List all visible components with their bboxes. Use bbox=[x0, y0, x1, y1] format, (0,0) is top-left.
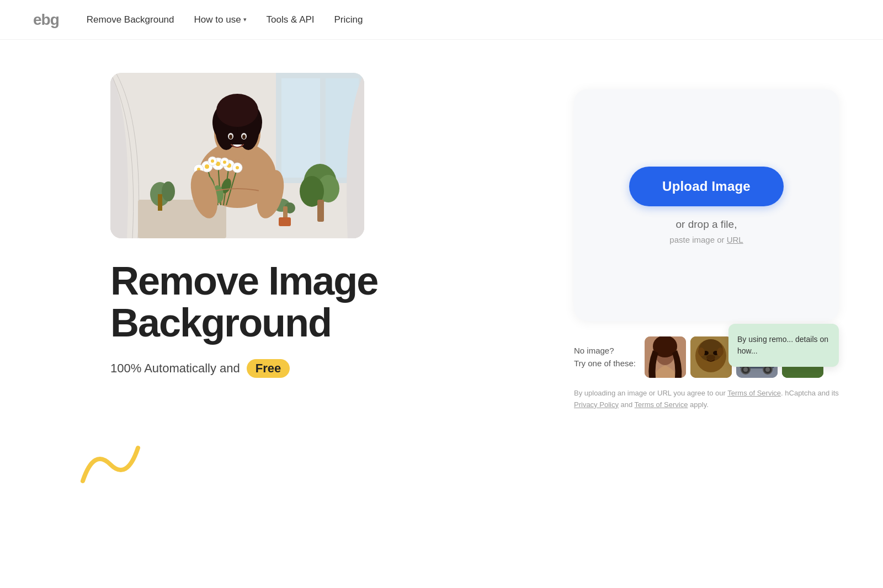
logo[interactable]: ebg bbox=[33, 11, 59, 29]
svg-point-69 bbox=[765, 367, 770, 372]
nav-item-remove-background[interactable]: Remove Background bbox=[87, 14, 174, 25]
tooltip-text: By using remo... details on how... bbox=[737, 335, 828, 355]
svg-rect-15 bbox=[279, 217, 291, 226]
nav-link-tools-api[interactable]: Tools & API bbox=[267, 14, 315, 25]
navbar: ebg Remove Background How to use ▾ Tools… bbox=[0, 0, 883, 40]
nav-link-pricing[interactable]: Pricing bbox=[334, 14, 363, 25]
svg-point-44 bbox=[223, 161, 226, 164]
svg-rect-11 bbox=[317, 200, 324, 222]
svg-point-42 bbox=[211, 159, 214, 163]
nav-links: Remove Background How to use ▾ Tools & A… bbox=[87, 14, 363, 25]
hero-title: Remove Image Background bbox=[110, 260, 530, 344]
no-image-label: No image? bbox=[574, 345, 636, 357]
svg-rect-7 bbox=[158, 194, 162, 211]
chevron-down-icon: ▾ bbox=[243, 16, 247, 23]
svg-rect-2 bbox=[281, 78, 320, 178]
upload-card: Upload Image or drop a file, paste image… bbox=[574, 89, 839, 321]
url-link[interactable]: URL bbox=[727, 235, 743, 244]
svg-point-21 bbox=[216, 94, 258, 127]
logo-text: ebg bbox=[33, 11, 59, 28]
nav-link-remove-background[interactable]: Remove Background bbox=[87, 14, 174, 25]
nav-item-how-to-use[interactable]: How to use ▾ bbox=[194, 14, 247, 25]
svg-point-24 bbox=[229, 135, 232, 139]
privacy-policy-link[interactable]: Privacy Policy bbox=[574, 400, 619, 409]
paste-image-text: paste image or URL bbox=[669, 235, 743, 244]
subtitle-prefix: 100% Automatically and bbox=[110, 361, 240, 376]
nav-item-tools-api[interactable]: Tools & API bbox=[267, 14, 315, 25]
tooltip-popup: By using remo... details on how... bbox=[728, 324, 839, 367]
terms-of-service-link-2[interactable]: Terms of Service bbox=[635, 400, 688, 409]
hero-image bbox=[110, 73, 364, 238]
hero-left: Remove Image Background 100% Automatical… bbox=[110, 73, 530, 378]
sample-thumb-2[interactable] bbox=[690, 336, 732, 378]
drop-file-text: or drop a file, bbox=[676, 218, 737, 231]
try-label: Try one of these: bbox=[574, 357, 636, 370]
svg-point-67 bbox=[743, 367, 748, 372]
svg-point-40 bbox=[236, 166, 239, 169]
upload-panel: Upload Image or drop a file, paste image… bbox=[574, 89, 839, 411]
sample-thumb-1[interactable] bbox=[645, 336, 686, 378]
nav-link-how-to-use: How to use bbox=[194, 14, 241, 25]
no-image-text: No image? Try one of these: bbox=[574, 345, 636, 370]
terms-of-service-link[interactable]: Terms of Service bbox=[727, 389, 781, 397]
hero-section: Remove Image Background 100% Automatical… bbox=[0, 40, 883, 536]
terms-text: By uploading an image or URL you agree t… bbox=[574, 388, 839, 411]
terms-suffix: apply. bbox=[690, 400, 709, 409]
free-badge: Free bbox=[247, 359, 290, 378]
decorative-squiggle bbox=[77, 437, 143, 492]
terms-prefix: By uploading an image or URL you agree t… bbox=[574, 389, 726, 397]
svg-point-25 bbox=[242, 135, 246, 139]
nav-item-pricing[interactable]: Pricing bbox=[334, 14, 363, 25]
svg-point-58 bbox=[706, 355, 715, 360]
upload-image-button[interactable]: Upload Image bbox=[629, 167, 784, 206]
svg-point-6 bbox=[162, 181, 175, 201]
svg-point-32 bbox=[205, 164, 209, 169]
hero-subtitle: 100% Automatically and Free bbox=[110, 359, 530, 378]
